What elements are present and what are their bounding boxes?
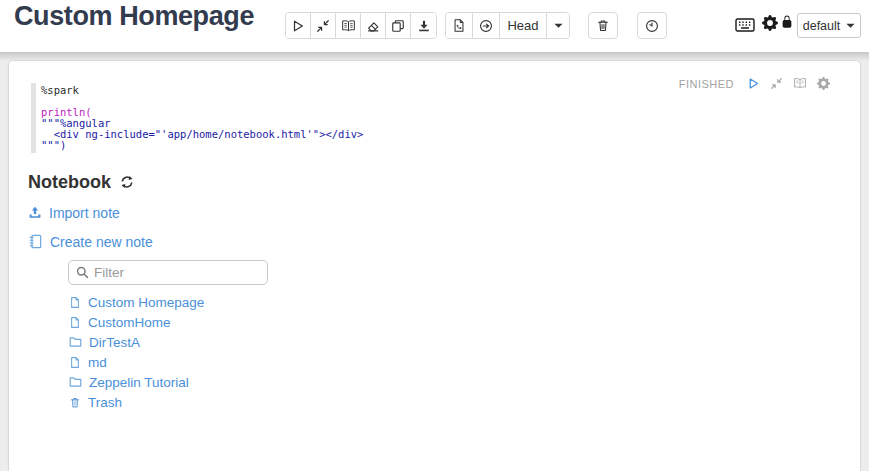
run-all-button[interactable] xyxy=(286,13,311,38)
notebook-link-label: Custom Homepage xyxy=(88,295,204,310)
refresh-icon[interactable] xyxy=(120,175,134,189)
gear-icon[interactable] xyxy=(762,15,778,31)
search-icon xyxy=(76,266,89,279)
notebook-link-label: md xyxy=(88,355,107,370)
notebook-list-item[interactable]: CustomHome xyxy=(69,312,171,332)
clear-output-button[interactable] xyxy=(361,13,386,38)
file-icon xyxy=(69,316,81,329)
notebook-icon xyxy=(28,234,43,249)
export-icon xyxy=(417,19,431,33)
content-background: FINISHED %spark println("""%angular <div… xyxy=(0,52,869,471)
book-icon xyxy=(793,77,807,90)
play-icon xyxy=(291,19,305,33)
toggle-output-button[interactable] xyxy=(336,13,361,38)
compress-icon xyxy=(770,77,783,90)
caret-down-icon xyxy=(554,23,563,29)
paragraph-toggle-editor-button[interactable] xyxy=(770,77,783,90)
paragraph-editor[interactable]: %spark println("""%angular <div ng-inclu… xyxy=(31,83,860,153)
note-action-group xyxy=(285,12,437,39)
notebook-list-item[interactable]: DirTestA xyxy=(69,332,140,352)
paragraph-controls: FINISHED xyxy=(679,77,830,90)
paragraph-toggle-output-button[interactable] xyxy=(793,77,807,90)
folder-icon xyxy=(69,376,82,388)
run-paragraph-button[interactable] xyxy=(747,77,760,90)
note-title[interactable]: Custom Homepage xyxy=(14,1,254,32)
lock-icon[interactable] xyxy=(780,15,794,30)
notebook-link-label: DirTestA xyxy=(89,335,140,350)
play-icon xyxy=(747,77,760,90)
trash-icon xyxy=(596,18,610,33)
clone-icon xyxy=(391,19,405,33)
import-note-label: Import note xyxy=(49,205,120,221)
revision-head-button[interactable]: Head xyxy=(500,13,547,38)
notebook-link-label: CustomHome xyxy=(88,315,171,330)
clock-icon xyxy=(645,19,659,33)
create-note-link[interactable]: Create new note xyxy=(28,233,153,250)
remove-note-button[interactable] xyxy=(588,12,618,39)
note-toolbar: Custom Homepage Head xyxy=(0,0,869,52)
notebook-list-item[interactable]: md xyxy=(69,352,107,372)
paragraph-status: FINISHED xyxy=(679,78,734,90)
homepage-panel: Notebook Import note Create new note xyxy=(28,172,860,412)
note-card: FINISHED %spark println("""%angular <div… xyxy=(8,60,861,471)
set-revision-button[interactable] xyxy=(473,13,500,38)
notebook-list-item[interactable]: Trash xyxy=(69,392,122,412)
arrow-circle-right-icon xyxy=(479,19,493,33)
interpreter-mode-label: default xyxy=(803,19,841,33)
file-icon xyxy=(69,296,81,309)
shortcut-keyboard-icon[interactable] xyxy=(735,18,755,32)
folder-icon xyxy=(69,336,82,348)
paragraph-settings-button[interactable] xyxy=(817,77,830,90)
trash-icon xyxy=(69,396,81,409)
book-icon xyxy=(341,19,356,33)
file-version-icon xyxy=(452,18,466,33)
scheduler-button[interactable] xyxy=(637,12,667,39)
compress-icon xyxy=(316,19,330,33)
clone-note-button[interactable] xyxy=(386,13,411,38)
file-icon xyxy=(69,356,81,369)
notebook-list-item[interactable]: Custom Homepage xyxy=(69,292,204,312)
revision-dropdown-toggle[interactable] xyxy=(547,13,569,38)
upload-icon xyxy=(28,206,42,219)
notebook-link-label: Trash xyxy=(88,395,122,410)
notebook-list-item[interactable]: Zeppelin Tutorial xyxy=(69,372,189,392)
eraser-icon xyxy=(366,19,380,33)
filter-box xyxy=(68,260,268,285)
export-note-button[interactable] xyxy=(411,13,436,38)
import-note-link[interactable]: Import note xyxy=(28,204,120,221)
caret-down-icon xyxy=(846,23,855,29)
interpreter-mode-dropdown[interactable]: default xyxy=(797,13,861,38)
create-note-label: Create new note xyxy=(50,234,153,250)
filter-input[interactable] xyxy=(94,265,267,280)
notebook-heading: Notebook xyxy=(28,172,111,192)
version-control-group: Head xyxy=(445,12,570,39)
notebook-link-label: Zeppelin Tutorial xyxy=(89,375,189,390)
toggle-code-button[interactable] xyxy=(311,13,336,38)
version-commit-button[interactable] xyxy=(446,13,473,38)
notebook-list: Custom Homepage CustomHome DirTestA md Z… xyxy=(28,292,860,412)
gear-icon xyxy=(817,77,830,90)
